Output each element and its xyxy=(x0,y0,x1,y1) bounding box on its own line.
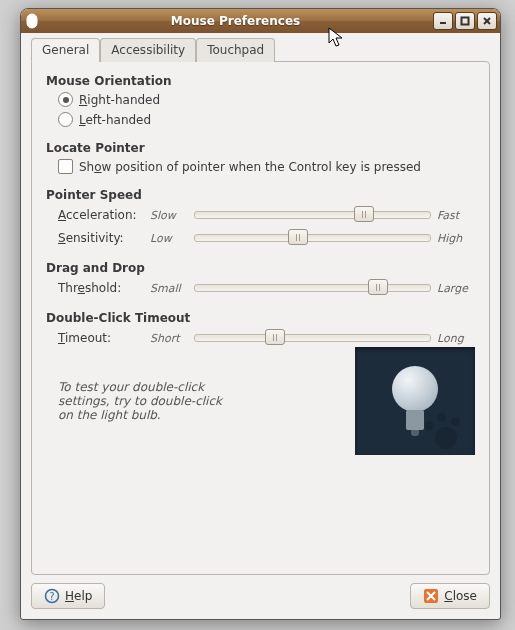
radio-right-handed-indicator xyxy=(58,92,73,107)
accel-label: Acceleration: xyxy=(58,208,144,222)
group-locate: Locate Pointer Show position of pointer … xyxy=(46,141,475,174)
doubleclick-hint: To test your double-click settings, try … xyxy=(58,380,228,422)
tabbar: General Accessibility Touchpad xyxy=(31,37,490,61)
threshold-low-label: Small xyxy=(150,282,188,295)
svg-rect-1 xyxy=(462,18,469,25)
timeout-high-label: Long xyxy=(437,332,475,345)
close-window-button[interactable] xyxy=(477,12,497,30)
sensitivity-label: Sensitivity: xyxy=(58,231,144,245)
window: Mouse Preferences General Accessibility … xyxy=(20,8,501,620)
sensitivity-slider[interactable] xyxy=(194,234,431,242)
radio-right-handed[interactable]: Right-handed xyxy=(58,92,475,107)
dialog-footer: ? Help Close xyxy=(31,583,490,609)
group-orientation-title: Mouse Orientation xyxy=(46,74,475,88)
timeout-label: Timeout: xyxy=(58,331,144,345)
tab-touchpad[interactable]: Touchpad xyxy=(196,38,275,62)
close-button-label: Close xyxy=(444,589,477,603)
lightbulb-icon xyxy=(390,366,440,436)
group-orientation: Mouse Orientation Right-handed Left-hand… xyxy=(46,74,475,127)
accel-high-label: Fast xyxy=(437,209,475,222)
group-locate-title: Locate Pointer xyxy=(46,141,475,155)
sensitivity-high-label: High xyxy=(437,232,475,245)
mouse-app-icon xyxy=(24,13,40,29)
minimize-button[interactable] xyxy=(433,12,453,30)
help-button-label: Help xyxy=(65,589,92,603)
doubleclick-test-area[interactable] xyxy=(355,347,475,455)
timeout-low-label: Short xyxy=(150,332,188,345)
workarea: General Accessibility Touchpad Mouse Ori… xyxy=(21,33,500,619)
svg-text:?: ? xyxy=(49,591,54,602)
titlebar[interactable]: Mouse Preferences xyxy=(21,9,500,33)
threshold-high-label: Large xyxy=(437,282,475,295)
maximize-button[interactable] xyxy=(455,12,475,30)
radio-right-handed-label: Right-handed xyxy=(79,93,160,107)
radio-left-handed-indicator xyxy=(58,112,73,127)
checkbox-show-pointer-label: Show position of pointer when the Contro… xyxy=(79,160,421,174)
radio-left-handed-label: Left-handed xyxy=(79,113,151,127)
close-button[interactable]: Close xyxy=(410,583,490,609)
tab-general[interactable]: General xyxy=(31,38,100,62)
group-pointer-speed: Pointer Speed Acceleration: Slow Fast Se… xyxy=(46,188,475,247)
help-icon: ? xyxy=(44,588,60,604)
group-doubleclick: Double-Click Timeout Timeout: Short Long… xyxy=(46,311,475,455)
group-drag-drop: Drag and Drop Threshold: Small Large xyxy=(46,261,475,297)
radio-left-handed[interactable]: Left-handed xyxy=(58,112,475,127)
help-button[interactable]: ? Help xyxy=(31,583,105,609)
checkbox-show-pointer[interactable]: Show position of pointer when the Contro… xyxy=(58,159,475,174)
tabpanel-general: Mouse Orientation Right-handed Left-hand… xyxy=(31,61,490,575)
threshold-slider[interactable] xyxy=(194,284,431,292)
accel-slider[interactable] xyxy=(194,211,431,219)
sensitivity-low-label: Low xyxy=(150,232,188,245)
tab-accessibility[interactable]: Accessibility xyxy=(100,38,196,62)
group-doubleclick-title: Double-Click Timeout xyxy=(46,311,475,325)
group-drag-drop-title: Drag and Drop xyxy=(46,261,475,275)
group-pointer-speed-title: Pointer Speed xyxy=(46,188,475,202)
checkbox-show-pointer-box xyxy=(58,159,73,174)
window-title: Mouse Preferences xyxy=(40,14,431,28)
close-icon xyxy=(423,588,439,604)
timeout-slider[interactable] xyxy=(194,334,431,342)
threshold-label: Threshold: xyxy=(58,281,144,295)
accel-low-label: Slow xyxy=(150,209,188,222)
